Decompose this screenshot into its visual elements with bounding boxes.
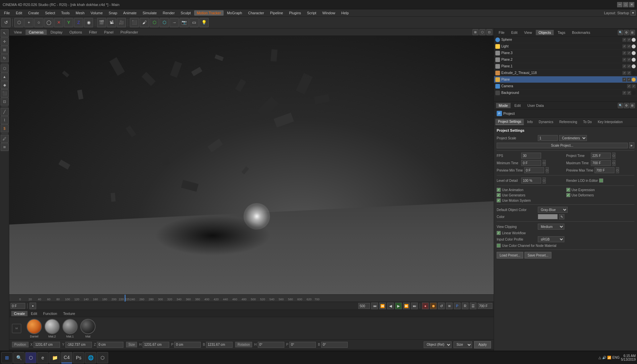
rot-p-input[interactable]	[289, 342, 316, 348]
menu-pipeline[interactable]: Pipeline	[267, 10, 286, 16]
obj-camera[interactable]: Camera ✓ ✓	[494, 83, 637, 90]
viewport-tab-cameras[interactable]: Cameras	[26, 30, 47, 35]
tool-circle[interactable]: ○	[34, 18, 43, 27]
viewport-tab-options[interactable]: Options	[66, 30, 85, 35]
left-tool-s[interactable]: $	[1, 124, 9, 132]
timeline-ruler[interactable]: 0 20 40 60 80 100 120 140 160 180 200 22…	[9, 295, 494, 302]
preview-max-arrow[interactable]: ⬡	[616, 167, 619, 173]
tool-object-add[interactable]: +	[24, 18, 34, 27]
obj-plane2[interactable]: Plane.2 ✓ ✓	[494, 56, 637, 63]
mat-tab-edit[interactable]: Edit	[28, 311, 40, 316]
props-tab-referencing[interactable]: Referencing	[557, 119, 580, 125]
menu-edit[interactable]: Edit	[13, 10, 25, 16]
tool-cyan[interactable]: ⬡	[160, 18, 169, 27]
obj-plane1-vis[interactable]: ✓	[622, 64, 626, 68]
lod-arrow[interactable]: ⬡	[542, 178, 546, 183]
tool-z[interactable]: Z	[74, 18, 83, 27]
play-forward[interactable]: ▶	[395, 303, 402, 309]
props-header-userdata[interactable]: User Data	[525, 103, 547, 108]
menu-motion-tracker[interactable]: Motion Tracker	[194, 10, 224, 16]
minimize-button[interactable]: ─	[617, 2, 622, 7]
left-tool-mode3[interactable]: ◆	[1, 81, 9, 89]
scale-project-arrow[interactable]: ▶	[629, 142, 634, 148]
scale-project-button[interactable]: Scale Project...	[497, 143, 628, 148]
tool-film[interactable]: 🎬	[97, 18, 106, 27]
end-frame-input[interactable]	[358, 303, 370, 309]
obj-extrude[interactable]: Extrude_2_Thrausi_118 ✓ ✓	[494, 70, 637, 76]
left-tool-mode4[interactable]: ⬛	[1, 89, 9, 97]
load-preset-button[interactable]: Load Preset...	[497, 252, 523, 258]
preview-max-input[interactable]	[595, 167, 614, 173]
play-skip-start[interactable]: ⏮	[371, 303, 378, 309]
viewport-tab-panel[interactable]: Panel	[101, 30, 117, 35]
material-daniel[interactable]: Daniel	[27, 319, 42, 338]
tool-x[interactable]: ✕	[54, 18, 63, 27]
play-next-key[interactable]: ⏩	[403, 303, 410, 309]
rot-b-input[interactable]	[321, 342, 348, 348]
panel-maximize[interactable]: ⊞	[630, 30, 635, 35]
obj-plane1-render[interactable]: ✓	[627, 64, 631, 68]
obj-plane3-render[interactable]: ✓	[627, 51, 631, 55]
tool-record[interactable]: ◉	[84, 18, 93, 27]
props-tab-dynamics[interactable]: Dynamics	[536, 119, 556, 125]
left-tool-move[interactable]: ✛	[1, 37, 9, 45]
tool-paint[interactable]: 🖌	[140, 18, 149, 27]
play-prev-key[interactable]: ⏪	[379, 303, 386, 309]
anim-scheme-btn[interactable]: ≋	[446, 303, 453, 309]
close-button[interactable]: ✕	[629, 2, 634, 7]
color-edit-button[interactable]: ✎	[559, 214, 564, 219]
project-time-input[interactable]	[591, 153, 611, 159]
save-preset-button[interactable]: Save Preset...	[525, 252, 551, 258]
taskbar-cinema4d[interactable]: C4	[61, 352, 72, 363]
mat-tab-texture[interactable]: Texture	[60, 311, 78, 316]
menu-mograph[interactable]: MoGraph	[224, 10, 245, 16]
props-tab-settings[interactable]: Project Settings	[495, 119, 524, 125]
tool-cube[interactable]: ⬛	[130, 18, 139, 27]
tool-render[interactable]: 🎥	[117, 18, 126, 27]
undo-button[interactable]: ↺	[1, 18, 11, 27]
max-frame-input[interactable]	[478, 303, 492, 309]
left-tool-rotate[interactable]: ↻	[1, 54, 9, 62]
left-tool-l1[interactable]: ╱	[1, 108, 9, 116]
panel-tab-objects[interactable]: Objects	[536, 30, 553, 35]
menu-snap[interactable]: Snap	[106, 10, 120, 16]
obj-plane-render[interactable]: ✓	[627, 78, 631, 82]
menu-select[interactable]: Select	[42, 10, 58, 16]
left-tool-mode5[interactable]: ⊡	[1, 98, 9, 106]
taskbar-search[interactable]: 🔍	[13, 352, 25, 363]
auto-key-btn[interactable]: ⏺	[430, 303, 437, 309]
taskbar-start[interactable]: ⊞	[1, 352, 13, 363]
obj-background-vis[interactable]: ✓	[622, 91, 626, 95]
tool-y[interactable]: Y	[64, 18, 73, 27]
panel-settings[interactable]: ⚙	[624, 30, 629, 35]
obj-light-render[interactable]: ✓	[627, 44, 631, 48]
material-mat[interactable]: Mat	[80, 319, 96, 338]
obj-sphere[interactable]: Sphere ✓ ✓	[494, 36, 637, 43]
menu-mesh[interactable]: Mesh	[73, 10, 87, 16]
panel-tab-bookmarks[interactable]: Bookmarks	[569, 30, 593, 35]
menu-tools[interactable]: Tools	[58, 10, 72, 16]
menu-simulate[interactable]: Simulate	[140, 10, 160, 16]
play-skip-end[interactable]: ⏭	[411, 303, 418, 309]
viewport-tab-filter[interactable]: Filter	[86, 30, 100, 35]
size-h-input[interactable]	[143, 342, 169, 348]
obj-extrude-vis[interactable]: ✓	[622, 71, 626, 75]
menu-sculpt[interactable]: Sculpt	[178, 10, 194, 16]
size-p-input[interactable]	[174, 342, 201, 348]
menu-character[interactable]: Character	[246, 10, 267, 16]
project-time-arrow[interactable]: ⬡	[612, 153, 615, 159]
layout-dropdown-button[interactable]: ▼	[630, 10, 636, 16]
obj-plane3[interactable]: Plane.3 ✓ ✓	[494, 50, 637, 56]
min-time-input[interactable]	[521, 160, 541, 166]
project-scale-unit[interactable]: Centimeters Meters Millimeters	[559, 135, 587, 141]
obj-extrude-render[interactable]: ✓	[627, 71, 631, 75]
left-tool-select[interactable]: ↖	[1, 29, 9, 37]
play-back[interactable]: ◀	[387, 303, 394, 309]
props-settings-icon[interactable]: ⚙	[624, 103, 629, 108]
tool-arrow[interactable]: →	[170, 18, 179, 27]
obj-light-vis[interactable]: ✓	[622, 44, 626, 48]
left-tool-brush[interactable]: 🖊	[1, 135, 9, 143]
obj-plane-vis[interactable]: ✓	[622, 78, 626, 82]
obj-plane2-vis[interactable]: ✓	[622, 58, 626, 62]
obj-background[interactable]: Background ✓ ✓	[494, 90, 637, 96]
